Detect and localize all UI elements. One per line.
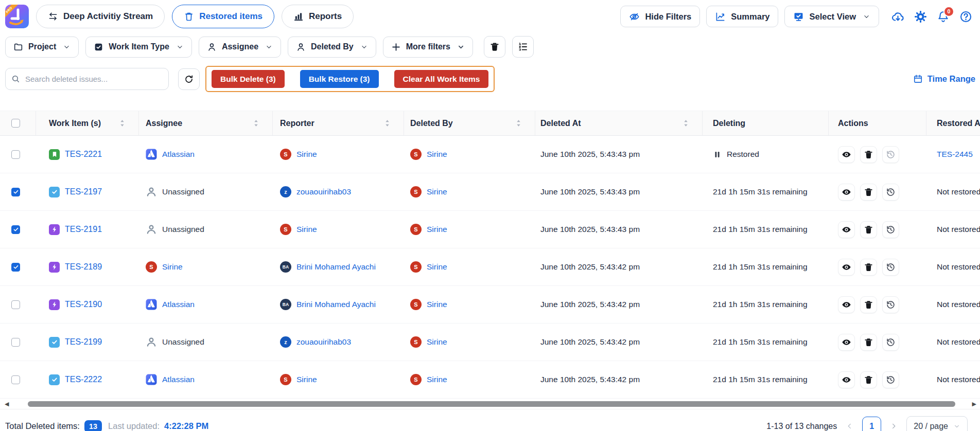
- person-link[interactable]: Sirine: [296, 150, 317, 159]
- restore-history-button[interactable]: [882, 146, 899, 163]
- work-item-link[interactable]: TES-2189: [65, 262, 102, 272]
- select-view-button[interactable]: Select View: [784, 6, 879, 27]
- delete-item-button[interactable]: [860, 334, 877, 351]
- view-item-button[interactable]: [838, 296, 855, 313]
- current-page-button[interactable]: 1: [862, 417, 881, 431]
- row-checkbox[interactable]: [11, 300, 20, 309]
- restore-history-button[interactable]: [882, 296, 899, 313]
- nav-restored-items[interactable]: Restored items: [172, 5, 274, 28]
- view-item-button[interactable]: [838, 184, 855, 201]
- next-page-button[interactable]: [890, 422, 898, 430]
- restored-as-link[interactable]: TES-2445: [937, 150, 973, 159]
- column-header-deleted-by[interactable]: Deleted By: [404, 111, 535, 135]
- row-checkbox[interactable]: [11, 338, 20, 347]
- restore-history-button[interactable]: [882, 334, 899, 351]
- person-link[interactable]: Sirine: [296, 375, 317, 384]
- filter-more-filters[interactable]: More filters: [383, 37, 473, 58]
- row-checkbox[interactable]: [11, 150, 20, 159]
- view-item-button[interactable]: [838, 334, 855, 351]
- page-size-select[interactable]: 20 / page: [906, 416, 968, 431]
- delete-item-button[interactable]: [860, 296, 877, 313]
- person-link[interactable]: Sirine: [427, 187, 447, 196]
- work-item-link[interactable]: TES-2199: [65, 337, 102, 347]
- delete-item-button[interactable]: [860, 371, 877, 388]
- delete-item-button[interactable]: [860, 184, 877, 201]
- scroll-right-arrow[interactable]: ▶: [972, 401, 976, 407]
- delete-item-button[interactable]: [860, 221, 877, 238]
- person-link[interactable]: Sirine: [427, 262, 447, 272]
- row-checkbox[interactable]: [11, 263, 20, 272]
- deleted-at-value: June 10th 2025, 5:43:42 pm: [540, 337, 640, 347]
- column-header-reporter[interactable]: Reporter: [273, 111, 404, 135]
- filter-work-item-type[interactable]: Work Item Type: [85, 37, 192, 58]
- person-link[interactable]: Sirine: [296, 225, 317, 234]
- view-item-button[interactable]: [838, 259, 855, 276]
- nav-deep-activitiy-stream[interactable]: Deep Activitiy Stream: [36, 5, 165, 28]
- restore-history-button[interactable]: [882, 221, 899, 238]
- work-item-link[interactable]: TES-2197: [65, 187, 102, 196]
- prev-page-button[interactable]: [846, 422, 853, 430]
- person-link[interactable]: Atlassian: [162, 375, 195, 384]
- work-item-link[interactable]: TES-2191: [65, 225, 102, 234]
- epic-icon: [50, 263, 59, 271]
- filter-project[interactable]: Project: [5, 37, 79, 58]
- person-link[interactable]: Sirine: [427, 375, 447, 384]
- person-link[interactable]: Sirine: [427, 150, 447, 159]
- help-button[interactable]: [959, 10, 972, 23]
- bulk-restore-button[interactable]: Bulk Restore (3): [300, 70, 379, 88]
- hide-filters-button[interactable]: Hide Filters: [620, 6, 700, 27]
- time-range-button[interactable]: Time Range: [913, 74, 975, 84]
- actions-cell: [829, 136, 926, 173]
- search-input[interactable]: [5, 68, 169, 90]
- actions-cell: [829, 211, 926, 248]
- person-link[interactable]: Sirine: [427, 337, 447, 347]
- summary-button[interactable]: Summary: [706, 6, 778, 27]
- person-link[interactable]: Sirine: [427, 225, 447, 234]
- row-checkbox[interactable]: [11, 225, 20, 234]
- filter-assignee[interactable]: Assignee: [199, 37, 281, 58]
- work-item-link[interactable]: TES-2222: [65, 375, 102, 384]
- filter-deleted-by[interactable]: Deleted By: [288, 37, 376, 58]
- restored-as-text: Not restored: [937, 300, 980, 309]
- delete-item-button[interactable]: [860, 259, 877, 276]
- person-link[interactable]: Brini Mohamed Ayachi: [296, 262, 376, 272]
- view-item-button[interactable]: [838, 146, 855, 163]
- column-header-work-item-s[interactable]: Work Item (s): [36, 111, 139, 135]
- restore-history-button[interactable]: [882, 259, 899, 276]
- clear-all-work-items-button[interactable]: Clear All Work Items: [394, 70, 489, 88]
- history-icon: [886, 300, 896, 310]
- nav-reports[interactable]: Reports: [282, 5, 354, 28]
- row-checkbox[interactable]: [11, 375, 20, 384]
- scrollbar-thumb[interactable]: [28, 401, 955, 407]
- settings-button[interactable]: [914, 10, 927, 23]
- row-checkbox[interactable]: [11, 188, 20, 196]
- person-link[interactable]: Sirine: [162, 262, 183, 272]
- person-link[interactable]: zouaouirihab03: [296, 337, 351, 347]
- work-item-link[interactable]: TES-2190: [65, 300, 102, 309]
- person-link[interactable]: Brini Mohamed Ayachi: [296, 300, 376, 309]
- clear-filters-trash-button[interactable]: [484, 36, 505, 58]
- column-header-assignee[interactable]: Assignee: [139, 111, 273, 135]
- work-item-link[interactable]: TES-2221: [65, 150, 102, 159]
- delete-item-button[interactable]: [860, 146, 877, 163]
- refresh-button[interactable]: [178, 68, 200, 90]
- view-item-button[interactable]: [838, 371, 855, 388]
- scroll-left-arrow[interactable]: ◀: [5, 401, 9, 407]
- person-link[interactable]: Atlassian: [162, 300, 195, 309]
- person-link[interactable]: Sirine: [427, 300, 447, 309]
- restore-history-button[interactable]: [882, 371, 899, 388]
- restore-history-button[interactable]: [882, 184, 899, 201]
- assignee-cell: Atlassian: [139, 286, 273, 323]
- view-item-button[interactable]: [838, 221, 855, 238]
- sort-icon: [384, 119, 390, 127]
- person-link[interactable]: Atlassian: [162, 150, 195, 159]
- person-link[interactable]: zouaouirihab03: [296, 187, 351, 196]
- bulk-delete-button[interactable]: Bulk Delete (3): [212, 70, 285, 88]
- select-all-checkbox[interactable]: [11, 119, 20, 128]
- chevron-left-icon: [846, 422, 853, 430]
- nav-label: Reports: [309, 11, 342, 22]
- column-list-button[interactable]: [512, 36, 534, 58]
- export-button[interactable]: [891, 10, 904, 23]
- notifications-button[interactable]: 0: [937, 10, 950, 23]
- column-header-deleted-at[interactable]: Deleted At: [535, 111, 703, 135]
